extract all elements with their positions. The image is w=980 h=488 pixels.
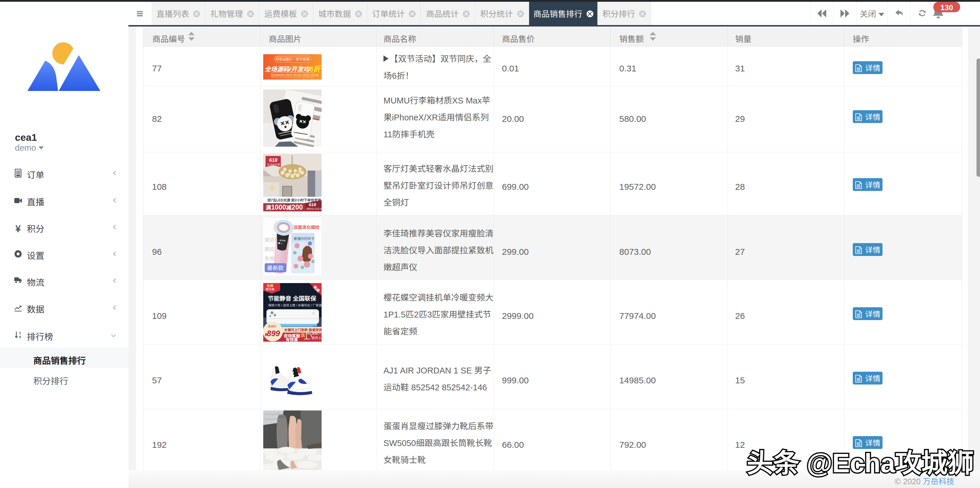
svg-text:满1000减200: 满1000减200 — [266, 202, 303, 211]
svg-text:[●○]: [●○] — [278, 242, 283, 245]
svg-text:保修六年: 保修六年 — [312, 331, 321, 336]
svg-text:送: 送 — [300, 332, 305, 338]
svg-text:有惊喜: 有惊喜 — [286, 336, 298, 342]
svg-text:樱花蝶: 樱花蝶 — [266, 287, 274, 291]
svg-text:618: 618 — [309, 201, 317, 207]
svg-text:送货上门: 送货上门 — [312, 335, 321, 340]
svg-text:最懂你的样子: 最懂你的样子 — [294, 236, 315, 241]
svg-text:9: 9 — [19, 334, 21, 339]
svg-text:¥899: ¥899 — [264, 327, 280, 339]
svg-text:节能静音 全国联保: 节能静音 全国联保 — [268, 294, 317, 302]
svg-text:理想生活狂欢季: 理想生活狂欢季 — [306, 207, 321, 211]
svg-text:保修六年 / 送货上楼 / 乡镇可达 / 厂家直销: 保修六年 / 送货上楼 / 乡镇可达 / 厂家直销 — [268, 303, 321, 307]
svg-text:618: 618 — [269, 156, 278, 163]
svg-text:生活狂欢季: 生活狂欢季 — [267, 163, 280, 166]
svg-text:头条 @Echa攻城狮: 头条 @Echa攻城狮 — [747, 442, 974, 480]
svg-text:洁面淡化细纹: 洁面淡化细纹 — [293, 224, 320, 230]
svg-text:最新款: 最新款 — [267, 263, 284, 271]
svg-text:1: 1 — [19, 331, 21, 335]
